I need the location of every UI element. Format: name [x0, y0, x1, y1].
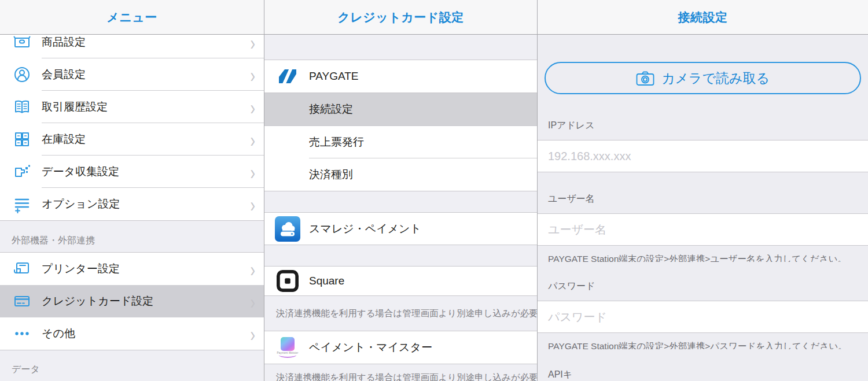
- square-logo-icon: [275, 270, 300, 292]
- menu-item-data-collection-settings[interactable]: データ収集設定 ›: [0, 156, 264, 188]
- more-dots-icon: [12, 324, 32, 343]
- menu-item-option-settings[interactable]: オプション設定 ›: [0, 188, 264, 220]
- menu-section-label: データ: [12, 364, 40, 376]
- sub-item-label: 売上票発行: [309, 135, 364, 150]
- username-band: [538, 213, 868, 246]
- paygate-sub-payment-type[interactable]: 決済種別: [264, 158, 537, 191]
- payment-meister-badge: Payment Meister: [277, 352, 299, 355]
- menu-item-product-settings[interactable]: 商品設定 ›: [0, 35, 264, 58]
- paygate-logo-icon: [275, 67, 300, 86]
- stock-icon: [12, 130, 32, 149]
- password-label: パスワード: [538, 280, 868, 293]
- menu-item-label: オプション設定: [42, 197, 249, 212]
- menu-item-member-settings[interactable]: 会員設定 ›: [0, 58, 264, 91]
- username-help-text: PAYGATE Station端末の設定>外部連携>ユーザー名を入力してください…: [538, 253, 868, 262]
- menu-header: メニュー: [0, 0, 264, 35]
- credit-card-title: クレジットカード設定: [337, 9, 464, 25]
- menu-title: メニュー: [106, 9, 157, 25]
- ip-address-band: [538, 140, 868, 172]
- data-collection-icon: [12, 162, 32, 182]
- note-text: 決済連携機能を利用する場合は管理画面より別途申し込みが必要: [276, 308, 537, 320]
- sub-item-label: 接続設定: [309, 102, 353, 117]
- menu-item-label: プリンター設定: [42, 261, 249, 276]
- menu-item-label: クレジットカード設定: [42, 294, 249, 309]
- payment-meister-note: 決済連携機能を利用する場合は管理画面より別途申し込みが必要: [264, 364, 537, 381]
- provider-name: Square: [309, 275, 344, 287]
- password-input[interactable]: [548, 310, 858, 324]
- menu-item-printer-settings[interactable]: プリンター設定 ›: [0, 253, 264, 285]
- menu-item-others[interactable]: その他 ›: [0, 317, 264, 350]
- pos-settings-app: メニュー 商品設定 ›: [0, 0, 868, 381]
- menu-item-label: 取引履歴設定: [42, 99, 249, 114]
- ip-address-label: IPアドレス: [538, 120, 868, 132]
- options-icon: [12, 194, 32, 214]
- provider-name: ペイメント・マイスター: [309, 340, 432, 355]
- product-box-icon: [12, 35, 32, 52]
- menu-section-label: 外部機器・外部連携: [12, 235, 95, 247]
- paygate-sub-sales-slip[interactable]: 売上票発行: [264, 126, 537, 158]
- paygate-sub-connection-settings[interactable]: 接続設定: [264, 93, 537, 126]
- menu-item-transaction-history-settings[interactable]: 取引履歴設定 ›: [0, 91, 264, 123]
- provider-name: PAYGATE: [309, 70, 359, 83]
- menu-item-label: その他: [42, 326, 249, 341]
- spacer: [264, 191, 537, 213]
- menu-panel: メニュー 商品設定 ›: [0, 0, 264, 381]
- menu-section-external: 外部機器・外部連携: [0, 220, 264, 253]
- note-text: 決済連携機能を利用する場合は管理画面より別途申し込みが必要: [276, 372, 537, 381]
- menu-item-label: 在庫設定: [42, 132, 249, 147]
- spacer: [264, 245, 537, 267]
- camera-icon: [636, 71, 654, 86]
- menu-section-data: データ: [0, 350, 264, 381]
- connection-title: 接続設定: [678, 9, 728, 25]
- credit-card-header: クレジットカード設定: [264, 0, 537, 35]
- provider-row-square[interactable]: Square: [264, 267, 537, 296]
- square-note: 決済連携機能を利用する場合は管理画面より別途申し込みが必要: [264, 296, 537, 331]
- username-label: ユーザー名: [538, 193, 868, 205]
- connection-form: カメラで読み取る IPアドレス ユーザー名 PAYGATE Station端末の…: [538, 35, 868, 381]
- credit-card-panel: クレジットカード設定 PAYGATE 接続設定 売上票発行 決済種別: [264, 0, 538, 381]
- credit-card-icon: [12, 291, 32, 311]
- printer-icon: [12, 259, 32, 279]
- menu-item-stock-settings[interactable]: 在庫設定 ›: [0, 123, 264, 156]
- transaction-history-icon: [12, 97, 32, 117]
- password-help-text: PAYGATE Station端末の設定>外部連携>パスワードを入力してください…: [538, 341, 868, 349]
- camera-scan-button[interactable]: カメラで読み取る: [545, 62, 861, 94]
- menu-item-label: 会員設定: [42, 67, 249, 82]
- menu-item-label: データ収集設定: [42, 164, 249, 179]
- password-band: [538, 301, 868, 333]
- member-icon: [12, 65, 32, 84]
- menu-item-label: 商品設定: [42, 35, 249, 50]
- spacer: [264, 35, 537, 60]
- provider-row-payment-meister[interactable]: Payment Meister ペイメント・マイスター: [264, 331, 537, 364]
- smaregi-payment-icon: [275, 216, 300, 242]
- camera-button-label: カメラで読み取る: [661, 69, 770, 87]
- payment-meister-icon: Payment Meister: [275, 337, 300, 358]
- api-key-label: APIキ: [538, 369, 868, 381]
- username-input[interactable]: [548, 223, 858, 236]
- provider-name: スマレジ・ペイメント: [309, 221, 421, 236]
- connection-panel: 接続設定 カメラで読み取る IPアドレス ユーザー名: [538, 0, 868, 381]
- connection-header: 接続設定: [538, 0, 868, 35]
- ip-address-input[interactable]: [548, 150, 858, 163]
- menu-item-credit-card-settings[interactable]: クレジットカード設定 ›: [0, 285, 264, 317]
- sub-item-label: 決済種別: [309, 167, 353, 182]
- provider-row-smaregi-payment[interactable]: スマレジ・ペイメント: [264, 213, 537, 245]
- menu-list: 商品設定 › 会員設定 ›: [0, 35, 264, 381]
- provider-row-paygate[interactable]: PAYGATE: [264, 60, 537, 93]
